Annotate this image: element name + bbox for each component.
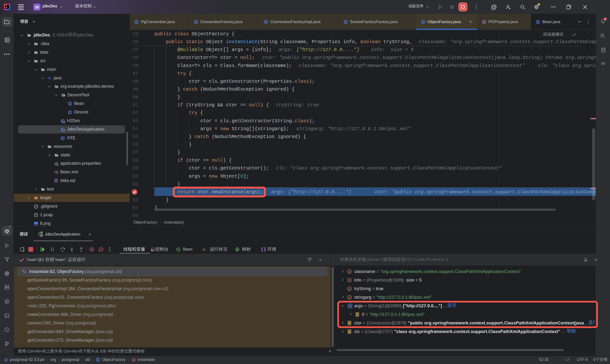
svg-text:m: m	[132, 359, 134, 361]
svg-text:C: C	[422, 21, 424, 23]
svg-text:p: p	[349, 270, 350, 273]
svg-text:?: ?	[35, 214, 37, 216]
svg-text:p: p	[349, 287, 350, 290]
svg-text:C: C	[195, 21, 197, 23]
svg-text:C: C	[537, 21, 539, 23]
svg-text:C: C	[97, 358, 99, 361]
svg-text:C: C	[69, 102, 71, 105]
svg-text:C: C	[265, 21, 267, 23]
svg-text:p: p	[349, 278, 350, 282]
svg-text:p: p	[349, 296, 350, 299]
svg-text:C: C	[136, 21, 138, 23]
svg-text:C: C	[345, 21, 347, 23]
svg-text:E: E	[483, 21, 485, 23]
